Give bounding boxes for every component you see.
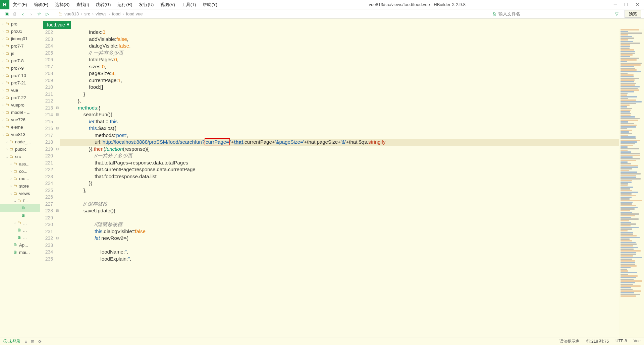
statusbar: ⓘ 未登录 ≡ ⊞ ⟳ 语法提示库 行:218 列:75 UTF-8 Vue [0, 338, 644, 345]
toolbar: ▣ ⎙ ‹ › ☆ ▷ 🗀 vue813 › src › views › foo… [0, 9, 644, 19]
tab-dirty-indicator [67, 23, 69, 25]
tree-item[interactable]: ›🗀pro01 [0, 27, 40, 35]
tree-item[interactable]: ›🗀model - ... [0, 109, 40, 116]
tree-item[interactable]: ›🗀... [0, 219, 40, 226]
statusbar-icon-1[interactable]: ≡ [24, 339, 27, 344]
menu-select[interactable]: 选择(S) [52, 2, 73, 8]
tree-item[interactable]: ›🗀pro7-21 [0, 79, 40, 86]
goto-file-icon[interactable]: ⎘ [493, 11, 496, 16]
encoding[interactable]: UTF-8 [615, 339, 627, 344]
app-logo: H [0, 0, 9, 9]
menu-file[interactable]: 文件(F) [9, 2, 31, 8]
menu-goto[interactable]: 跳转(G) [93, 2, 114, 8]
tree-item[interactable]: ›🗀jidong01 [0, 35, 40, 42]
menu-publish[interactable]: 发行(U) [136, 2, 157, 8]
save-icon[interactable]: ⎙ [11, 11, 19, 16]
breadcrumb-segment[interactable]: food [112, 11, 120, 16]
tree-item[interactable]: ›🗀vue [0, 86, 40, 94]
tree-item[interactable]: ›🗀pro7-22 [0, 94, 40, 101]
tree-item[interactable]: ⌄🗀f... [0, 197, 40, 204]
tab-label: food.vue [47, 22, 65, 27]
close-icon[interactable]: ✕ [636, 2, 639, 7]
tree-item[interactable]: ›🗀rou... [0, 175, 40, 182]
tree-item[interactable]: ⌄🗀src [0, 153, 40, 160]
file-search-input[interactable] [498, 11, 612, 16]
menu-tool[interactable]: 工具(T) [178, 2, 200, 8]
menu-edit[interactable]: 编辑(E) [31, 2, 52, 8]
tree-item[interactable]: ›🗀pro7-9 [0, 64, 40, 72]
tree-item[interactable]: 🗎mai... [0, 249, 40, 256]
nav-back-icon[interactable]: ‹ [19, 11, 27, 17]
cursor-position: 行:218 列:75 [586, 339, 609, 344]
preview-button[interactable]: 预览 [625, 10, 641, 18]
tree-item[interactable]: ›🗀vuepro [0, 101, 40, 109]
editor-tabs: food.vue [40, 19, 644, 29]
code-editor[interactable]: index:0, addVisiable:false, dialogVisibl… [60, 29, 619, 338]
tab-food-vue[interactable]: food.vue [43, 21, 71, 29]
tree-item[interactable]: ›🗀js [0, 50, 40, 57]
tree-item[interactable]: ›🗀store [0, 182, 40, 190]
tree-item[interactable]: 🗎Ap... [0, 241, 40, 249]
language-mode[interactable]: Vue [634, 339, 641, 344]
nav-forward-icon[interactable]: › [27, 11, 36, 17]
tree-item[interactable]: ›🗀public [0, 145, 40, 153]
breadcrumb-segment[interactable]: views [96, 11, 107, 16]
menu-view[interactable]: 视图(V) [157, 2, 178, 8]
tree-item[interactable]: ›🗀pro7-7 [0, 42, 40, 50]
project-sidebar[interactable]: ›🗀pro›🗀pro01›🗀jidong01›🗀pro7-7›🗀js›🗀pro7… [0, 19, 40, 338]
tree-item[interactable]: ⌄🗀vue813 [0, 131, 40, 138]
tree-item[interactable]: 🗎... [0, 226, 40, 234]
breadcrumb-segment[interactable]: src [84, 11, 90, 16]
new-file-icon[interactable]: ▣ [3, 11, 11, 16]
fold-gutter[interactable]: ⊟⊟⊟⊟⊟⊟ [55, 29, 60, 338]
window-title: vue813/src/views/food/food.vue - HBuilde… [221, 2, 614, 7]
tree-item[interactable]: 🗎 [0, 204, 40, 212]
syntax-hint-lib[interactable]: 语法提示库 [559, 339, 580, 344]
breadcrumb[interactable]: 🗀 vue813 › src › views › food › food.vue [58, 11, 143, 16]
tree-item[interactable]: ›🗀co... [0, 167, 40, 175]
minimap[interactable] [619, 29, 644, 338]
tree-item[interactable]: 🗎... [0, 234, 40, 241]
tree-item[interactable]: ›🗀ass... [0, 160, 40, 167]
filter-icon[interactable]: ▽ [615, 11, 619, 16]
tree-item[interactable]: ›🗀pro7-8 [0, 57, 40, 64]
line-number-gutter: 2022032042052062072082092102112122132142… [40, 29, 55, 338]
minimize-icon[interactable]: ─ [614, 2, 617, 7]
menubar: H 文件(F) 编辑(E) 选择(S) 查找(I) 跳转(G) 运行(R) 发行… [0, 0, 644, 9]
maximize-icon[interactable]: ☐ [624, 2, 628, 7]
breadcrumb-segment[interactable]: food.vue [126, 11, 143, 16]
tree-item[interactable]: ›🗀pro7-10 [0, 72, 40, 79]
menu-run[interactable]: 运行(R) [114, 2, 136, 8]
breadcrumb-segment[interactable]: vue813 [64, 11, 79, 16]
login-status[interactable]: ⓘ 未登录 [3, 339, 20, 344]
statusbar-icon-2[interactable]: ⊞ [31, 339, 34, 344]
menu-help[interactable]: 帮助(Y) [199, 2, 220, 8]
tree-item[interactable]: ›🗀node_... [0, 138, 40, 145]
menu-find[interactable]: 查找(I) [73, 2, 92, 8]
tree-item[interactable]: ⌄🗀views [0, 190, 40, 197]
tree-item[interactable]: ›🗀eleme [0, 123, 40, 131]
run-icon[interactable]: ▷ [43, 11, 51, 16]
tree-item[interactable]: 🗎 [0, 212, 40, 219]
tree-item[interactable]: ›🗀pro [0, 20, 40, 27]
star-icon[interactable]: ☆ [35, 11, 43, 16]
statusbar-icon-3[interactable]: ⟳ [38, 339, 42, 344]
tree-item[interactable]: ›🗀vue726 [0, 116, 40, 123]
